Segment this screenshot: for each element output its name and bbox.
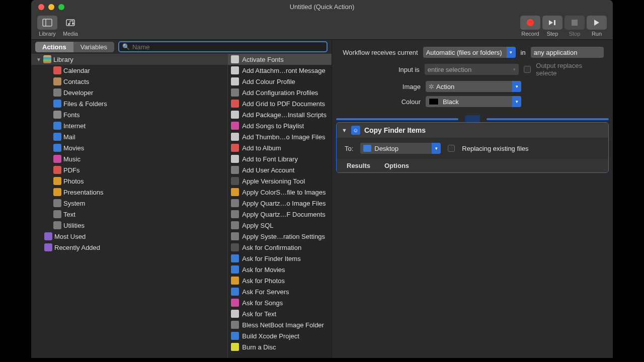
library-button[interactable] — [37, 16, 57, 30]
action-row[interactable]: Add Attachm…ront Message — [228, 65, 332, 76]
action-row[interactable]: Apple Versioning Tool — [228, 175, 332, 187]
action-row[interactable]: Add to Font Library — [228, 153, 332, 164]
record-label: Record — [521, 31, 539, 37]
tab-variables[interactable]: Variables — [73, 42, 114, 52]
input-is-label: Input is — [341, 66, 420, 73]
folder-icon — [363, 145, 371, 152]
media-button[interactable] — [60, 16, 80, 30]
output-replaces-checkbox[interactable] — [524, 66, 531, 73]
action-copy-finder-items[interactable]: ▼ ☺ Copy Finder Items To: Desktop ▾ Repl… — [336, 122, 609, 173]
tree-root[interactable]: ▼Library — [31, 54, 227, 65]
action-row[interactable]: Apply Syste…ration Settings — [228, 231, 332, 242]
stop-button[interactable] — [565, 16, 585, 30]
action-row[interactable]: Build Xcode Project — [228, 330, 332, 341]
action-row[interactable]: Apply Quartz…o Image Files — [228, 198, 332, 209]
receives-select[interactable]: Automatic (files or folders)▾ — [423, 47, 516, 58]
tree-cat[interactable]: Text — [31, 209, 227, 220]
library-icon — [42, 19, 52, 27]
app-select[interactable]: any application — [531, 47, 604, 58]
workflow-config: Workflow receives current Automatic (fil… — [332, 40, 613, 112]
action-row[interactable]: Activate Fonts — [228, 54, 332, 65]
titlebar: Untitled (Quick Action) — [31, 0, 613, 14]
action-row[interactable]: Ask for Photos — [228, 275, 332, 286]
tree-cat[interactable]: Developer — [31, 87, 227, 98]
record-button[interactable] — [520, 16, 540, 30]
tree-cat[interactable]: Utilities — [31, 220, 227, 231]
action-row[interactable]: Ask for Finder Items — [228, 253, 332, 264]
tree-cat[interactable]: PDFs — [31, 164, 227, 175]
image-select[interactable]: ✲ Action▾ — [426, 81, 521, 92]
action-row[interactable]: Bless NetBoot Image Folder — [228, 319, 332, 330]
svg-rect-0 — [43, 19, 52, 26]
action-row[interactable]: Add Package…Install Scripts — [228, 109, 332, 120]
maximize-icon[interactable] — [58, 4, 64, 10]
library-mode-segment[interactable]: Actions Variables — [35, 42, 114, 52]
action-row[interactable]: Add Thumbn…o Image Files — [228, 131, 332, 142]
action-row[interactable]: Add Grid to PDF Documents — [228, 98, 332, 109]
action-row[interactable]: Add to Album — [228, 142, 332, 153]
action-row[interactable]: Burn a Disc — [228, 341, 332, 352]
action-row[interactable]: Ask For Servers — [228, 286, 332, 297]
chevron-down-icon: ▾ — [512, 81, 521, 92]
action-row[interactable]: Add Songs to Playlist — [228, 120, 332, 131]
colour-select[interactable]: Black▾ — [426, 96, 521, 107]
action-row[interactable]: Apply SQL — [228, 220, 332, 231]
action-row[interactable]: Ask for Confirmation — [228, 242, 332, 253]
output-replaces-label: Output replaces selecte — [536, 62, 604, 77]
chevron-down-icon: ▾ — [510, 64, 519, 75]
svg-rect-5 — [554, 20, 555, 25]
run-button[interactable] — [587, 16, 607, 30]
search-input[interactable] — [118, 41, 328, 52]
svg-point-4 — [72, 23, 74, 25]
tree-cat[interactable]: Fonts — [31, 109, 227, 120]
media-label: Media — [63, 31, 78, 37]
category-tree[interactable]: ▼LibraryCalendarContactsDeveloperFiles &… — [31, 54, 228, 358]
chevron-down-icon: ▾ — [512, 96, 521, 107]
toolbar: Library Media Record Step — [31, 14, 613, 40]
tree-cat[interactable]: Photos — [31, 175, 227, 187]
action-row[interactable]: Ask for Text — [228, 308, 332, 319]
action-row[interactable]: Apply ColorS…file to Images — [228, 187, 332, 198]
action-row[interactable]: Ask for Songs — [228, 297, 332, 308]
tree-cat[interactable]: System — [31, 198, 227, 209]
action-row[interactable]: Add Colour Profile — [228, 76, 332, 87]
destination-select[interactable]: Desktop ▾ — [360, 143, 441, 154]
tree-cat[interactable]: Mail — [31, 131, 227, 142]
minimize-icon[interactable] — [48, 4, 54, 10]
tree-cat[interactable]: Contacts — [31, 76, 227, 87]
tree-cat[interactable]: Music — [31, 153, 227, 164]
action-row[interactable]: Add Configuration Profiles — [228, 87, 332, 98]
stop-icon — [571, 19, 578, 26]
tree-cat[interactable]: Files & Folders — [31, 98, 227, 109]
svg-rect-6 — [572, 20, 578, 26]
tree-cat[interactable]: Movies — [31, 142, 227, 153]
input-select[interactable]: entire selection▾ — [425, 64, 519, 75]
action-row[interactable]: Apply Quartz…F Documents — [228, 209, 332, 220]
action-list[interactable]: Activate FontsAdd Attachm…ront MessageAd… — [228, 54, 332, 358]
tab-results[interactable]: Results — [347, 162, 370, 169]
action-row[interactable]: Ask for Movies — [228, 264, 332, 275]
chevron-down-icon: ▾ — [507, 47, 516, 58]
media-icon — [66, 19, 75, 27]
colour-swatch — [429, 98, 439, 105]
tree-most-used[interactable]: Most Used — [31, 231, 227, 242]
tree-cat[interactable]: Internet — [31, 120, 227, 131]
step-icon — [548, 19, 557, 26]
tree-cat[interactable]: Presentations — [31, 187, 227, 198]
chevron-down-icon: ▾ — [432, 143, 441, 154]
gear-icon: ✲ — [429, 83, 434, 90]
step-button[interactable] — [542, 16, 562, 30]
disclosure-icon[interactable]: ▼ — [342, 127, 347, 133]
in-label: in — [521, 49, 526, 56]
action-row[interactable]: Add User Account — [228, 164, 332, 175]
tree-cat[interactable]: Calendar — [31, 65, 227, 76]
workflow-connector — [332, 115, 613, 122]
stop-label: Stop — [569, 31, 581, 37]
close-icon[interactable] — [38, 4, 44, 10]
window-title: Untitled (Quick Action) — [31, 3, 613, 11]
replace-label: Replacing existing files — [462, 145, 528, 152]
tab-actions[interactable]: Actions — [35, 42, 73, 52]
replace-checkbox[interactable] — [448, 145, 455, 152]
tab-options[interactable]: Options — [384, 162, 409, 169]
tree-recent[interactable]: Recently Added — [31, 242, 227, 253]
